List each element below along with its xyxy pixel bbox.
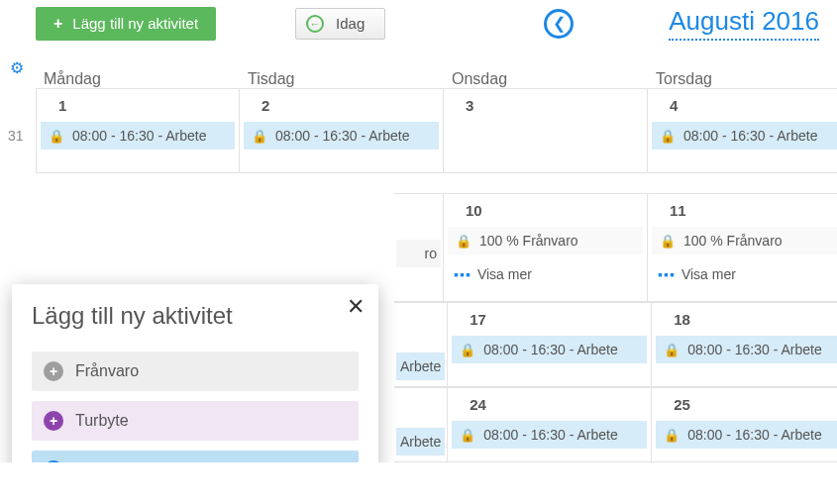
- plus-circle-icon: +: [44, 361, 63, 381]
- calendar-cell[interactable]: 11 🔒 100 % Frånvaro ▪▪▪ Visa mer: [648, 193, 837, 302]
- calendar-entry[interactable]: 🔒 08:00 - 16:30 - Arbete: [656, 336, 837, 363]
- popover-option-turbyte[interactable]: + Turbyte: [32, 401, 359, 441]
- cell-day: 1: [37, 89, 239, 120]
- cell-day: 10: [444, 194, 647, 225]
- cell-day: 25: [652, 388, 837, 419]
- cell-day: 11: [648, 194, 837, 225]
- cell-day: 17: [448, 303, 651, 334]
- add-activity-button[interactable]: + Lägg till ny aktivitet: [36, 7, 216, 41]
- add-activity-popover: ✕ Lägg till ny aktivitet + Frånvaro + Tu…: [12, 284, 378, 462]
- today-arrow-icon: ←: [306, 15, 324, 33]
- lock-icon: 🔒: [460, 343, 475, 357]
- lock-icon: 🔒: [252, 129, 267, 144]
- gear-icon[interactable]: ⚙: [10, 58, 24, 77]
- dots-icon: ▪▪▪: [658, 266, 676, 282]
- calendar-cell[interactable]: 10 🔒 100 % Frånvaro ▪▪▪ Visa mer: [444, 193, 648, 302]
- weekday-header-tue: Tisdag: [240, 70, 444, 88]
- calendar-cell-fragment[interactable]: ro: [394, 193, 444, 302]
- popover-title: Lägg till ny aktivitet: [32, 302, 359, 330]
- entry-text: 08:00 - 16:30 - Arbete: [687, 342, 821, 357]
- weekday-header-wed: Onsdag: [444, 70, 648, 88]
- entry-text: 08:00 - 16:30 - Arbete: [275, 128, 409, 144]
- entry-fragment: ro: [396, 240, 441, 267]
- calendar-cell[interactable]: 18 🔒 08:00 - 16:30 - Arbete: [652, 302, 837, 387]
- calendar-cell[interactable]: 1 🔒 08:00 - 16:30 - Arbete: [36, 88, 240, 173]
- entry-text: 08:00 - 16:30 - Arbete: [687, 427, 821, 443]
- calendar-cell-fragment[interactable]: Arbete: [394, 387, 448, 462]
- calendar-cell[interactable]: 17 🔒 08:00 - 16:30 - Arbete: [448, 302, 652, 387]
- calendar-cell[interactable]: 25 🔒 08:00 - 16:30 - Arbete: [652, 387, 837, 462]
- calendar-cell[interactable]: 3: [444, 88, 648, 173]
- lock-icon: 🔒: [49, 129, 64, 144]
- calendar-entry[interactable]: 🔒 08:00 - 16:30 - Arbete: [652, 122, 837, 150]
- show-more-label: Visa mer: [477, 266, 532, 282]
- calendar-entry[interactable]: 🔒 08:00 - 16:30 - Arbete: [244, 122, 439, 150]
- popover-option-avvikande[interactable]: + Avvikande tjänstgöring: [32, 451, 359, 462]
- calendar-entry[interactable]: 🔒 08:00 - 16:30 - Arbete: [41, 122, 235, 150]
- lock-icon: 🔒: [460, 428, 475, 443]
- entry-text: 08:00 - 16:30 - Arbete: [683, 128, 817, 144]
- calendar-entry[interactable]: 🔒 100 % Frånvaro: [448, 227, 643, 254]
- show-more-label: Visa mer: [681, 266, 736, 282]
- today-label: Idag: [336, 15, 365, 32]
- prev-month-button[interactable]: ❮: [544, 9, 574, 39]
- option-label: Turbyte: [75, 412, 129, 430]
- close-icon[interactable]: ✕: [347, 294, 365, 320]
- calendar-entry[interactable]: 🔒 100 % Frånvaro: [652, 227, 837, 254]
- cell-day: 4: [648, 89, 837, 120]
- cell-day: 3: [444, 89, 647, 120]
- cell-day: 2: [240, 89, 443, 120]
- cell-day: 18: [652, 303, 837, 334]
- entry-text: 100 % Frånvaro: [479, 233, 578, 249]
- add-activity-label: Lägg till ny aktivitet: [72, 15, 198, 32]
- calendar-entry[interactable]: 🔒 08:00 - 16:30 - Arbete: [452, 336, 647, 363]
- calendar-entry[interactable]: 🔒 08:00 - 16:30 - Arbete: [656, 421, 837, 449]
- plus-icon: +: [53, 15, 62, 33]
- plus-circle-icon: +: [44, 411, 63, 431]
- entry-fragment: Arbete: [396, 428, 445, 455]
- entry-text: 08:00 - 16:30 - Arbete: [483, 342, 617, 357]
- entry-text: 08:00 - 16:30 - Arbete: [483, 427, 617, 443]
- dots-icon: ▪▪▪: [454, 266, 471, 282]
- option-label: Frånvaro: [75, 362, 139, 380]
- lock-icon: 🔒: [664, 428, 680, 443]
- option-label: Avvikande tjänstgöring: [75, 461, 235, 462]
- entry-text: 08:00 - 16:30 - Arbete: [72, 128, 206, 144]
- calendar-cell[interactable]: 4 🔒 08:00 - 16:30 - Arbete: [648, 88, 837, 173]
- show-more-link[interactable]: ▪▪▪ Visa mer: [648, 260, 837, 288]
- today-button[interactable]: ← Idag: [295, 8, 385, 40]
- chevron-left-icon: ❮: [553, 14, 566, 33]
- calendar-cell[interactable]: 24 🔒 08:00 - 16:30 - Arbete: [448, 387, 652, 462]
- month-title[interactable]: Augusti 2016: [669, 6, 819, 41]
- lock-icon: 🔒: [664, 343, 680, 357]
- cell-day: 24: [448, 388, 651, 419]
- weekday-header-mon: Måndag: [36, 70, 240, 88]
- calendar-entry[interactable]: 🔒 08:00 - 16:30 - Arbete: [452, 421, 647, 449]
- lock-icon: 🔒: [456, 234, 471, 249]
- lock-icon: 🔒: [660, 234, 676, 249]
- calendar-cell[interactable]: 2 🔒 08:00 - 16:30 - Arbete: [240, 88, 444, 173]
- popover-option-franvaro[interactable]: + Frånvaro: [32, 352, 359, 391]
- plus-circle-icon: +: [44, 460, 63, 462]
- weekday-header-thu: Torsdag: [648, 70, 837, 88]
- entry-fragment: Arbete: [396, 353, 445, 380]
- lock-icon: 🔒: [660, 129, 676, 144]
- calendar-cell-fragment[interactable]: Arbete: [394, 302, 448, 387]
- show-more-link[interactable]: ▪▪▪ Visa mer: [444, 260, 647, 288]
- entry-text: 100 % Frånvaro: [683, 233, 783, 249]
- week-number: 31: [8, 128, 24, 144]
